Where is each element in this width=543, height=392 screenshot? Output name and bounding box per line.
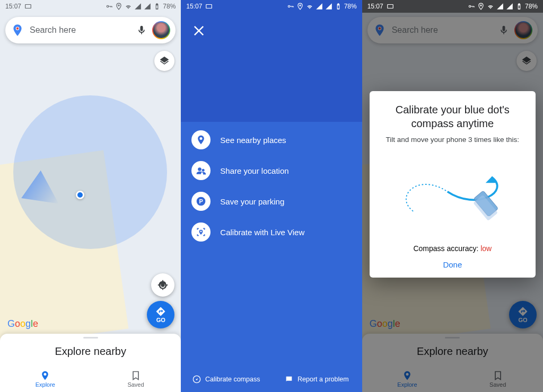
nav-explore-label: Explore <box>36 381 55 388</box>
search-placeholder: Search here <box>30 25 136 35</box>
maps-main-screen: 15:07 78% Search here GO Goog <box>0 0 181 392</box>
svg-point-7 <box>299 5 300 6</box>
signal-icon <box>134 3 142 10</box>
location-icon <box>115 3 122 10</box>
svg-point-4 <box>16 28 19 30</box>
wifi-icon <box>306 3 313 10</box>
menu-label: See nearby places <box>220 136 286 145</box>
blue-dot-menu-screen: 15:07 78% See nearby places Share your l… <box>181 0 362 392</box>
accuracy-value: low <box>480 244 492 253</box>
nav-saved-label: Saved <box>127 381 144 388</box>
svg-rect-0 <box>25 5 31 8</box>
menu-item-nearby[interactable]: See nearby places <box>191 130 355 149</box>
signal-icon-2 <box>325 3 332 10</box>
status-battery-pct: 78% <box>344 3 357 10</box>
status-time: 15:07 <box>186 3 202 10</box>
footer-label: Report a problem <box>297 376 349 383</box>
done-button[interactable]: Done <box>379 260 526 269</box>
live-view-icon <box>191 222 211 242</box>
card-icon <box>205 3 213 10</box>
menu-item-live-view[interactable]: Calibrate with Live View <box>191 222 355 242</box>
svg-point-15 <box>469 5 471 7</box>
svg-point-16 <box>480 5 481 6</box>
menu-label: Share your location <box>220 166 288 175</box>
wifi-icon <box>125 3 132 10</box>
vpn-key-icon <box>287 3 294 10</box>
google-watermark: Google <box>7 318 38 329</box>
status-time: 15:07 <box>5 3 21 10</box>
wifi-icon <box>487 3 494 10</box>
status-battery-pct: 78% <box>525 3 538 10</box>
parking-icon: P <box>191 192 211 211</box>
account-avatar[interactable] <box>152 21 170 39</box>
menu-item-share-location[interactable]: Share your location <box>191 161 355 180</box>
svg-rect-5 <box>206 5 212 8</box>
calibrate-dialog-screen: Search here GO Google Explore nearby Exp… <box>362 0 543 392</box>
location-icon <box>477 3 485 10</box>
card-icon <box>24 3 32 10</box>
menu-item-save-parking[interactable]: P Save your parking <box>191 192 355 211</box>
svg-text:P: P <box>199 198 203 204</box>
status-bar: 15:07 78% <box>362 0 543 13</box>
svg-point-8 <box>198 167 202 171</box>
status-time: 15:07 <box>367 3 383 10</box>
accuracy-radius <box>13 95 167 249</box>
menu-footer: Calibrate compass Report a problem <box>181 367 362 392</box>
vpn-key-icon <box>468 3 475 10</box>
compass-accuracy-line: Compass accuracy: low <box>379 244 526 253</box>
card-icon <box>387 3 394 10</box>
svg-point-6 <box>288 5 290 7</box>
current-location-dot[interactable] <box>76 191 84 199</box>
status-battery-pct: 78% <box>163 3 176 10</box>
status-bar: 15:07 78% <box>0 0 181 13</box>
signal-icon-2 <box>144 3 151 10</box>
accuracy-label: Compass accuracy: <box>413 244 480 253</box>
recenter-button[interactable] <box>151 273 174 297</box>
signal-icon <box>316 3 323 10</box>
svg-point-2 <box>118 5 119 6</box>
go-label: GO <box>156 317 165 323</box>
footer-label: Calibrate compass <box>205 376 260 383</box>
pin-target-icon <box>191 130 211 149</box>
battery-icon <box>335 3 342 10</box>
location-icon <box>296 3 304 10</box>
explore-sheet[interactable]: Explore nearby <box>0 334 181 366</box>
blue-dot-menu-list: See nearby places Share your location P … <box>191 130 355 242</box>
nav-explore[interactable]: Explore <box>0 366 91 392</box>
map-canvas[interactable] <box>0 0 181 392</box>
report-problem-button[interactable]: Report a problem <box>272 375 362 384</box>
dialog-title: Calibrate your blue dot'scompass anytime <box>379 103 526 130</box>
figure-eight-illustration <box>379 154 526 239</box>
svg-point-1 <box>107 5 109 7</box>
status-bar: 15:07 78% <box>181 0 362 13</box>
calibrate-dialog: Calibrate your blue dot'scompass anytime… <box>370 91 536 278</box>
nav-saved[interactable]: Saved <box>91 366 181 392</box>
battery-icon <box>153 3 161 10</box>
close-button[interactable] <box>191 23 206 38</box>
calibrate-compass-button[interactable]: Calibrate compass <box>181 375 272 384</box>
dialog-subtitle: Tilt and move your phone 3 times like th… <box>379 136 526 144</box>
bottom-nav: Explore Saved <box>0 366 181 392</box>
sheet-title: Explore nearby <box>55 345 126 358</box>
menu-label: Calibrate with Live View <box>220 228 304 237</box>
menu-label: Save your parking <box>220 197 284 206</box>
mic-icon[interactable] <box>136 25 147 35</box>
battery-icon <box>515 3 523 10</box>
menu-header-area <box>181 0 362 122</box>
google-logo-icon <box>11 23 24 37</box>
vpn-key-icon <box>106 3 113 10</box>
signal-icon <box>496 3 504 10</box>
search-bar[interactable]: Search here <box>5 17 176 43</box>
signal-icon-2 <box>506 3 513 10</box>
share-location-icon <box>191 161 211 180</box>
go-button[interactable]: GO <box>147 301 174 328</box>
sheet-drag-handle[interactable] <box>83 337 98 338</box>
svg-rect-14 <box>387 5 393 8</box>
